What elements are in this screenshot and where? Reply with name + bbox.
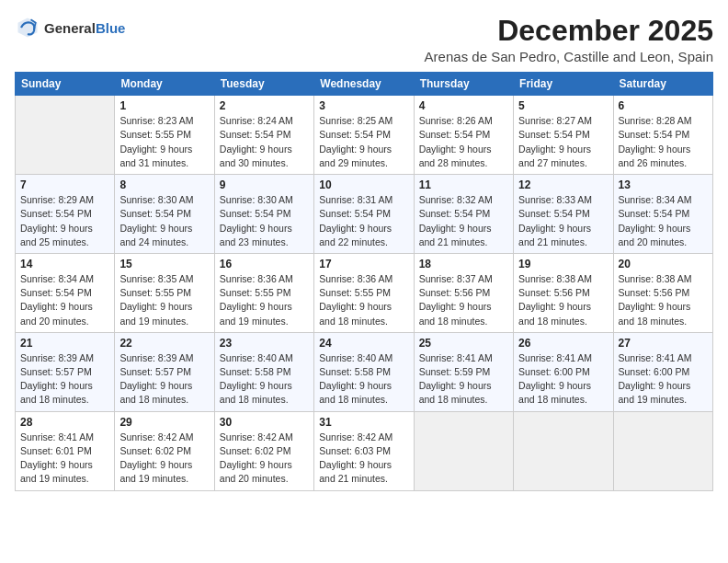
day-info: Sunrise: 8:42 AMSunset: 6:03 PMDaylight:… bbox=[319, 431, 408, 487]
day-info: Sunrise: 8:34 AMSunset: 5:54 PMDaylight:… bbox=[20, 272, 109, 328]
day-info: Sunrise: 8:25 AMSunset: 5:54 PMDaylight:… bbox=[319, 114, 408, 170]
calendar-cell: 16Sunrise: 8:36 AMSunset: 5:55 PMDayligh… bbox=[214, 253, 313, 332]
logo-text: General Blue bbox=[44, 20, 125, 36]
day-number: 23 bbox=[220, 337, 309, 350]
month-title: December 2025 bbox=[425, 15, 713, 47]
day-number: 27 bbox=[619, 337, 708, 350]
day-info: Sunrise: 8:38 AMSunset: 5:56 PMDaylight:… bbox=[619, 272, 708, 328]
day-info: Sunrise: 8:26 AMSunset: 5:54 PMDaylight:… bbox=[419, 114, 508, 170]
day-info: Sunrise: 8:40 AMSunset: 5:58 PMDaylight:… bbox=[220, 351, 309, 408]
calendar-week-row: 1Sunrise: 8:23 AMSunset: 5:55 PMDaylight… bbox=[16, 96, 713, 175]
day-info: Sunrise: 8:39 AMSunset: 5:57 PMDaylight:… bbox=[20, 351, 109, 408]
calendar-cell: 25Sunrise: 8:41 AMSunset: 5:59 PMDayligh… bbox=[414, 332, 513, 411]
calendar-cell: 14Sunrise: 8:34 AMSunset: 5:54 PMDayligh… bbox=[16, 253, 115, 332]
page-container: General Blue December 2025 Arenas de San… bbox=[15, 15, 713, 491]
day-info: Sunrise: 8:24 AMSunset: 5:54 PMDaylight:… bbox=[220, 114, 309, 170]
col-sunday: Sunday bbox=[16, 73, 115, 96]
col-thursday: Thursday bbox=[414, 73, 513, 96]
day-number: 4 bbox=[419, 99, 508, 112]
header: General Blue December 2025 Arenas de San… bbox=[15, 15, 713, 64]
col-monday: Monday bbox=[115, 73, 214, 96]
day-number: 31 bbox=[319, 416, 408, 429]
calendar-cell: 27Sunrise: 8:41 AMSunset: 6:00 PMDayligh… bbox=[613, 332, 712, 411]
calendar-cell: 2Sunrise: 8:24 AMSunset: 5:54 PMDaylight… bbox=[214, 96, 313, 175]
day-number: 15 bbox=[119, 258, 209, 270]
calendar-cell bbox=[16, 96, 115, 175]
calendar-cell: 11Sunrise: 8:32 AMSunset: 5:54 PMDayligh… bbox=[414, 175, 513, 254]
day-info: Sunrise: 8:28 AMSunset: 5:54 PMDaylight:… bbox=[619, 114, 708, 170]
calendar-cell: 22Sunrise: 8:39 AMSunset: 5:57 PMDayligh… bbox=[115, 332, 214, 411]
day-number: 14 bbox=[20, 258, 109, 270]
day-number: 24 bbox=[319, 337, 408, 350]
day-number: 3 bbox=[319, 99, 408, 112]
day-number: 12 bbox=[518, 178, 608, 191]
calendar-week-row: 28Sunrise: 8:41 AMSunset: 6:01 PMDayligh… bbox=[16, 411, 713, 490]
day-info: Sunrise: 8:40 AMSunset: 5:58 PMDaylight:… bbox=[319, 351, 408, 408]
day-number: 10 bbox=[319, 178, 408, 191]
logo-icon bbox=[15, 15, 40, 40]
day-number: 17 bbox=[319, 258, 408, 270]
calendar-cell: 30Sunrise: 8:42 AMSunset: 6:02 PMDayligh… bbox=[214, 411, 313, 490]
day-info: Sunrise: 8:35 AMSunset: 5:55 PMDaylight:… bbox=[119, 272, 209, 328]
calendar-cell bbox=[514, 411, 613, 490]
day-info: Sunrise: 8:23 AMSunset: 5:55 PMDaylight:… bbox=[119, 114, 209, 170]
day-number: 21 bbox=[20, 337, 109, 350]
day-info: Sunrise: 8:42 AMSunset: 6:02 PMDaylight:… bbox=[220, 431, 309, 487]
col-wednesday: Wednesday bbox=[314, 73, 414, 96]
title-block: December 2025 Arenas de San Pedro, Casti… bbox=[425, 15, 713, 64]
day-info: Sunrise: 8:36 AMSunset: 5:55 PMDaylight:… bbox=[319, 272, 408, 328]
day-number: 16 bbox=[220, 258, 309, 270]
calendar-cell: 29Sunrise: 8:42 AMSunset: 6:02 PMDayligh… bbox=[115, 411, 214, 490]
calendar-cell: 28Sunrise: 8:41 AMSunset: 6:01 PMDayligh… bbox=[16, 411, 115, 490]
calendar-cell: 4Sunrise: 8:26 AMSunset: 5:54 PMDaylight… bbox=[414, 96, 513, 175]
calendar-cell: 12Sunrise: 8:33 AMSunset: 5:54 PMDayligh… bbox=[514, 175, 613, 254]
day-number: 5 bbox=[518, 99, 608, 112]
day-number: 26 bbox=[518, 337, 608, 350]
day-number: 22 bbox=[119, 337, 209, 350]
logo-blue: Blue bbox=[96, 20, 126, 36]
day-number: 30 bbox=[220, 416, 309, 429]
calendar-cell: 17Sunrise: 8:36 AMSunset: 5:55 PMDayligh… bbox=[314, 253, 414, 332]
day-info: Sunrise: 8:32 AMSunset: 5:54 PMDaylight:… bbox=[419, 193, 508, 249]
calendar-cell: 10Sunrise: 8:31 AMSunset: 5:54 PMDayligh… bbox=[314, 175, 414, 254]
calendar-cell: 13Sunrise: 8:34 AMSunset: 5:54 PMDayligh… bbox=[613, 175, 712, 254]
col-friday: Friday bbox=[514, 73, 613, 96]
day-info: Sunrise: 8:30 AMSunset: 5:54 PMDaylight:… bbox=[119, 193, 209, 249]
day-info: Sunrise: 8:31 AMSunset: 5:54 PMDaylight:… bbox=[319, 193, 408, 249]
day-info: Sunrise: 8:42 AMSunset: 6:02 PMDaylight:… bbox=[119, 431, 209, 487]
calendar-cell bbox=[613, 411, 712, 490]
calendar-week-row: 14Sunrise: 8:34 AMSunset: 5:54 PMDayligh… bbox=[16, 253, 713, 332]
calendar-header-row: Sunday Monday Tuesday Wednesday Thursday… bbox=[16, 73, 713, 96]
logo-general: General bbox=[44, 20, 96, 36]
day-number: 2 bbox=[220, 99, 309, 112]
calendar-week-row: 21Sunrise: 8:39 AMSunset: 5:57 PMDayligh… bbox=[16, 332, 713, 411]
calendar-cell: 8Sunrise: 8:30 AMSunset: 5:54 PMDaylight… bbox=[115, 175, 214, 254]
day-info: Sunrise: 8:29 AMSunset: 5:54 PMDaylight:… bbox=[20, 193, 109, 249]
day-number: 6 bbox=[619, 99, 708, 112]
day-info: Sunrise: 8:34 AMSunset: 5:54 PMDaylight:… bbox=[619, 193, 708, 249]
calendar-cell: 31Sunrise: 8:42 AMSunset: 6:03 PMDayligh… bbox=[314, 411, 414, 490]
day-number: 11 bbox=[419, 178, 508, 191]
calendar-cell: 18Sunrise: 8:37 AMSunset: 5:56 PMDayligh… bbox=[414, 253, 513, 332]
day-number: 7 bbox=[20, 178, 109, 191]
calendar-cell: 19Sunrise: 8:38 AMSunset: 5:56 PMDayligh… bbox=[514, 253, 613, 332]
calendar-table: Sunday Monday Tuesday Wednesday Thursday… bbox=[15, 72, 713, 490]
calendar-cell: 5Sunrise: 8:27 AMSunset: 5:54 PMDaylight… bbox=[514, 96, 613, 175]
day-number: 8 bbox=[119, 178, 209, 191]
day-number: 1 bbox=[119, 99, 209, 112]
day-number: 25 bbox=[419, 337, 508, 350]
day-info: Sunrise: 8:39 AMSunset: 5:57 PMDaylight:… bbox=[119, 351, 209, 408]
calendar-cell: 9Sunrise: 8:30 AMSunset: 5:54 PMDaylight… bbox=[214, 175, 313, 254]
day-info: Sunrise: 8:37 AMSunset: 5:56 PMDaylight:… bbox=[419, 272, 508, 328]
day-number: 18 bbox=[419, 258, 508, 270]
calendar-cell: 21Sunrise: 8:39 AMSunset: 5:57 PMDayligh… bbox=[16, 332, 115, 411]
day-info: Sunrise: 8:36 AMSunset: 5:55 PMDaylight:… bbox=[220, 272, 309, 328]
calendar-cell: 15Sunrise: 8:35 AMSunset: 5:55 PMDayligh… bbox=[115, 253, 214, 332]
day-info: Sunrise: 8:41 AMSunset: 6:01 PMDaylight:… bbox=[20, 431, 109, 487]
calendar-cell: 3Sunrise: 8:25 AMSunset: 5:54 PMDaylight… bbox=[314, 96, 414, 175]
calendar-cell: 20Sunrise: 8:38 AMSunset: 5:56 PMDayligh… bbox=[613, 253, 712, 332]
day-number: 29 bbox=[119, 416, 209, 429]
day-info: Sunrise: 8:33 AMSunset: 5:54 PMDaylight:… bbox=[518, 193, 608, 249]
calendar-week-row: 7Sunrise: 8:29 AMSunset: 5:54 PMDaylight… bbox=[16, 175, 713, 254]
day-number: 9 bbox=[220, 178, 309, 191]
